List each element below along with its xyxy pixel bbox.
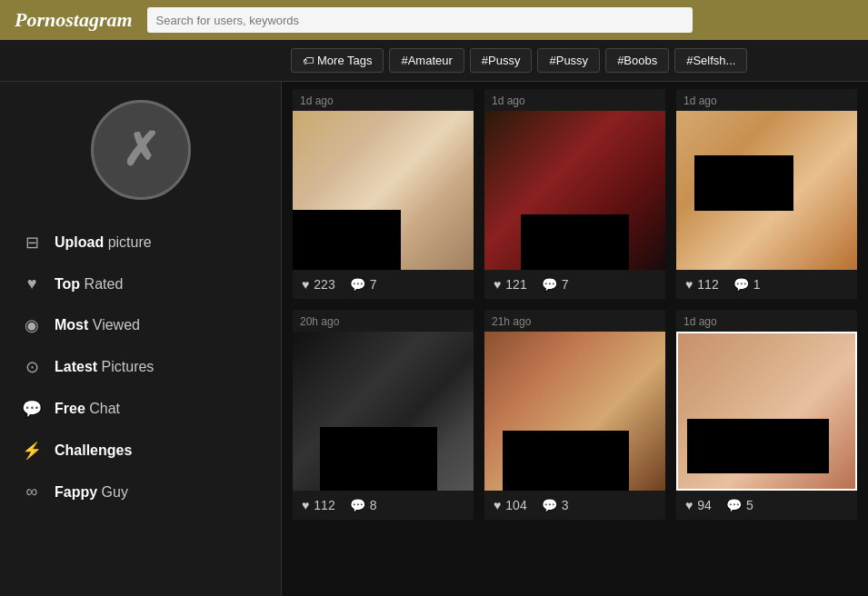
post-footer: ♥ 112 💬 1 — [676, 270, 857, 299]
post-time: 1d ago — [676, 89, 857, 111]
sidebar-item-challenges[interactable]: ⚡ Challenges — [0, 430, 281, 472]
fappy-icon: ∞ — [22, 482, 42, 502]
post-image[interactable] — [293, 332, 474, 491]
post-footer: ♥ 104 💬 3 — [484, 491, 665, 520]
tag-boobs-label: #Boobs — [617, 54, 657, 67]
tag-selfshot-label: #Selfsh... — [686, 54, 735, 67]
posts-grid: 1d ago ♥ 223 💬 7 1d ago — [293, 89, 857, 520]
post-card: 1d ago ♥ 223 💬 7 — [293, 89, 474, 299]
header: Pornostagram — [0, 0, 868, 40]
sidebar-item-most-viewed[interactable]: ◉ Most Viewed — [0, 304, 281, 346]
post-image[interactable] — [676, 111, 857, 270]
comments-count: 1 — [753, 277, 761, 292]
comment-icon: 💬 — [350, 498, 365, 512]
likes-count: 223 — [314, 277, 334, 292]
post-image[interactable] — [484, 111, 665, 270]
comments-stat: 💬 8 — [350, 498, 377, 512]
sidebar-item-latest-pictures-label: Latest Pictures — [55, 359, 154, 375]
sidebar-item-upload[interactable]: ⊟ Upload picture — [0, 222, 281, 263]
comments-count: 5 — [746, 498, 753, 512]
tag-boobs[interactable]: #Boobs — [605, 48, 669, 73]
post-card: 1d ago ♥ 121 💬 7 — [484, 89, 665, 299]
post-footer: ♥ 223 💬 7 — [293, 270, 474, 299]
likes-count: 112 — [697, 277, 718, 292]
post-image[interactable] — [676, 332, 857, 491]
comments-stat: 💬 7 — [350, 277, 377, 292]
censor-block — [293, 210, 401, 271]
post-footer: ♥ 121 💬 7 — [484, 270, 665, 299]
sidebar-item-free-chat-label: Free Chat — [55, 401, 120, 417]
tag-pussy-2[interactable]: #Pussy — [537, 48, 600, 73]
comment-icon: 💬 — [350, 277, 365, 292]
search-input[interactable] — [147, 7, 693, 33]
bolt-icon: ⚡ — [22, 441, 42, 461]
sidebar-item-fappy-guy-label: Fappy Guy — [55, 484, 128, 501]
upload-icon: ⊟ — [22, 233, 42, 253]
heart-icon: ♥ — [685, 277, 693, 292]
post-card: 21h ago ♥ 104 💬 3 — [484, 310, 665, 520]
comments-count: 7 — [562, 277, 569, 292]
avatar: ✗ — [91, 100, 191, 200]
heart-icon: ♥ — [494, 498, 501, 512]
sidebar-item-latest-pictures[interactable]: ⊙ Latest Pictures — [0, 346, 281, 388]
sidebar: ✗ ⊟ Upload picture ♥ Top Rated ◉ Most Vi… — [0, 82, 282, 596]
comments-count: 7 — [370, 277, 377, 292]
heart-icon: ♥ — [494, 277, 501, 292]
likes-stat: ♥ 223 — [302, 277, 335, 292]
comments-stat: 💬 1 — [733, 277, 761, 292]
tag-amateur[interactable]: #Amateur — [389, 48, 464, 73]
post-time: 1d ago — [484, 89, 665, 111]
comment-icon: 💬 — [726, 498, 742, 512]
logo: Pornostagram — [15, 8, 133, 32]
comments-count: 3 — [562, 498, 569, 512]
eye-icon: ◉ — [22, 315, 42, 335]
post-time: 1d ago — [293, 89, 474, 111]
tag-pussy-2-label: #Pussy — [549, 54, 588, 67]
likes-count: 112 — [314, 498, 334, 512]
comments-stat: 💬 3 — [542, 498, 569, 512]
tag-selfshot[interactable]: #Selfsh... — [674, 48, 747, 73]
comments-count: 8 — [370, 498, 377, 512]
sidebar-item-most-viewed-label: Most Viewed — [55, 317, 140, 333]
tag-amateur-label: #Amateur — [401, 54, 452, 67]
comment-icon: 💬 — [733, 277, 749, 292]
sidebar-item-challenges-label: Challenges — [55, 442, 132, 459]
comment-icon: 💬 — [542, 277, 557, 292]
comment-icon: 💬 — [542, 498, 557, 512]
heart-icon: ♥ — [685, 498, 693, 512]
likes-count: 94 — [697, 498, 712, 512]
heart-icon: ♥ — [302, 498, 309, 512]
sidebar-item-free-chat[interactable]: 💬 Free Chat — [0, 388, 281, 430]
avatar-placeholder: ✗ — [94, 103, 188, 197]
post-card: 1d ago ♥ 112 💬 1 — [676, 89, 857, 299]
tag-pussy-1[interactable]: #Pussy — [470, 48, 533, 73]
censor-block — [503, 431, 629, 492]
tag-icon: 🏷 — [303, 55, 314, 67]
post-card: 20h ago ♥ 112 💬 8 — [293, 310, 474, 520]
censor-block — [687, 419, 829, 473]
tag-pussy-1-label: #Pussy — [482, 54, 521, 67]
likes-stat: ♥ 104 — [494, 498, 527, 512]
likes-count: 104 — [505, 498, 526, 512]
censor-block — [521, 214, 629, 270]
post-time: 20h ago — [293, 310, 474, 332]
more-tags-button[interactable]: 🏷 More Tags — [291, 48, 384, 73]
heart-icon: ♥ — [302, 277, 309, 292]
likes-stat: ♥ 121 — [494, 277, 527, 292]
chat-icon: 💬 — [22, 399, 42, 419]
censor-block — [320, 427, 437, 491]
post-image[interactable] — [293, 111, 474, 270]
sidebar-item-fappy-guy[interactable]: ∞ Fappy Guy — [0, 472, 281, 512]
post-time: 1d ago — [676, 310, 857, 332]
post-image[interactable] — [484, 332, 665, 491]
likes-count: 121 — [505, 277, 526, 292]
heart-icon: ♥ — [22, 274, 42, 293]
post-footer: ♥ 94 💬 5 — [676, 491, 857, 520]
sidebar-item-top-rated[interactable]: ♥ Top Rated — [0, 263, 281, 304]
tags-row: 🏷 More Tags #Amateur #Pussy #Pussy #Boob… — [0, 40, 868, 82]
post-time: 21h ago — [484, 310, 665, 332]
content: 1d ago ♥ 223 💬 7 1d ago — [282, 82, 868, 596]
sidebar-item-top-rated-label: Top Rated — [55, 276, 123, 293]
post-card: 1d ago ♥ 94 💬 5 — [676, 310, 857, 520]
nav-menu: ⊟ Upload picture ♥ Top Rated ◉ Most View… — [0, 222, 281, 512]
